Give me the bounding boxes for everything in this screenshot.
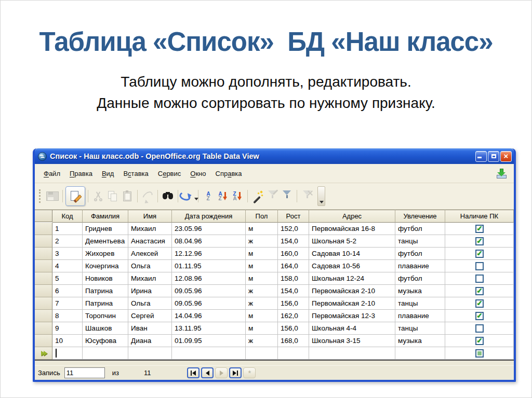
checkbox-checked[interactable]: ✓ xyxy=(475,237,484,245)
row-selector[interactable] xyxy=(35,322,52,335)
cell[interactable]: Алексей xyxy=(128,248,172,260)
cell[interactable]: Школьная 4-4 xyxy=(309,322,395,335)
checkbox-unchecked[interactable] xyxy=(475,324,484,333)
cell[interactable]: 156,0 xyxy=(278,297,309,310)
cell[interactable]: 09.05.96 xyxy=(172,285,246,297)
cell[interactable]: 14.04.96 xyxy=(172,310,246,322)
cell[interactable]: 3 xyxy=(52,248,83,260)
cell[interactable]: Патрина xyxy=(83,285,128,297)
cell[interactable]: танцы xyxy=(395,297,445,310)
cell[interactable]: 154,0 xyxy=(278,285,309,297)
cell[interactable]: ж xyxy=(246,297,278,310)
checkbox-checked[interactable]: ✓ xyxy=(475,225,484,233)
cell[interactable]: танцы xyxy=(395,322,445,335)
menu-вставка[interactable]: Вставка xyxy=(118,168,153,179)
cell[interactable]: Садовая 10-14 xyxy=(309,248,395,260)
cell[interactable]: 12.08.96 xyxy=(172,272,246,285)
cell[interactable]: Патрина xyxy=(83,297,128,310)
cell[interactable]: плавание xyxy=(395,260,445,272)
cell[interactable]: 10 xyxy=(52,335,83,347)
cell[interactable]: 4 xyxy=(52,260,83,272)
checkbox-checked[interactable]: ✓ xyxy=(475,250,484,258)
record-number-input[interactable] xyxy=(64,367,105,378)
first-record-button[interactable] xyxy=(187,367,200,378)
cell[interactable]: 08.04.96 xyxy=(172,235,246,248)
column-header-дата-рождения[interactable]: Дата рождения xyxy=(172,210,246,223)
edit-data-button[interactable] xyxy=(65,186,85,206)
cell[interactable]: 13.11.95 xyxy=(172,322,246,335)
cell[interactable]: 09.05.96 xyxy=(172,297,246,310)
empty-cell[interactable] xyxy=(278,347,309,360)
cell[interactable]: Анастасия xyxy=(128,235,172,248)
cell[interactable]: 6 xyxy=(52,285,83,297)
cell[interactable]: Кочергина xyxy=(83,260,128,272)
menu-справка[interactable]: Справка xyxy=(211,168,247,179)
empty-cell[interactable] xyxy=(395,347,445,360)
column-header-фамилия[interactable]: Фамилия xyxy=(83,210,128,223)
cell[interactable]: 2 xyxy=(52,235,83,248)
cell[interactable]: м xyxy=(246,260,278,272)
column-header-увлечение[interactable]: Увлечение xyxy=(395,210,445,223)
row-selector[interactable] xyxy=(35,260,52,272)
row-selector[interactable] xyxy=(35,248,52,260)
checkbox-unchecked[interactable] xyxy=(475,275,484,283)
row-selector[interactable] xyxy=(35,310,52,322)
cell[interactable]: Первомайская 2-10 xyxy=(309,297,395,310)
autofilter-button[interactable] xyxy=(250,189,265,203)
previous-record-button[interactable] xyxy=(201,367,214,378)
cell[interactable]: м xyxy=(246,310,278,322)
find-record-button[interactable] xyxy=(161,189,175,203)
cell[interactable]: 1 xyxy=(52,223,83,235)
maximize-button[interactable] xyxy=(488,151,499,162)
cell[interactable]: Михаил xyxy=(128,272,172,285)
column-header-адрес[interactable]: Адрес xyxy=(309,210,395,223)
checkbox-checked[interactable]: ✓ xyxy=(475,299,484,308)
row-selector[interactable] xyxy=(35,285,52,297)
cell[interactable]: 168,0 xyxy=(278,335,309,347)
cell[interactable]: музыка xyxy=(395,285,445,297)
cell[interactable]: 01.09.95 xyxy=(172,335,246,347)
cell[interactable]: Жихорев xyxy=(83,248,128,260)
cell[interactable]: футбол xyxy=(395,248,445,260)
menu-вид[interactable]: Вид xyxy=(97,168,119,179)
cell[interactable]: 01.11.95 xyxy=(172,260,246,272)
cell[interactable]: Торопчин xyxy=(83,310,128,322)
cell[interactable]: Школьная 5-2 xyxy=(309,235,395,248)
cell[interactable]: футбол xyxy=(395,272,445,285)
update-available-icon[interactable] xyxy=(496,168,507,179)
menu-файл[interactable]: Файл xyxy=(39,168,65,179)
checkbox-unchecked[interactable] xyxy=(475,262,484,270)
cell[interactable]: 7 xyxy=(52,297,83,310)
cell[interactable]: ж xyxy=(246,335,278,347)
checkbox-tristate[interactable] xyxy=(475,349,484,358)
cell[interactable]: Первомайская 2-10 xyxy=(309,285,395,297)
cell[interactable]: 152,0 xyxy=(278,223,309,235)
cell[interactable]: Гриднев xyxy=(83,223,128,235)
column-header-имя[interactable]: Имя xyxy=(128,210,172,223)
empty-cell[interactable] xyxy=(246,347,278,360)
window-titlebar[interactable]: Список - Наш класс.odb - OpenOffice.org … xyxy=(35,148,514,164)
toolbar-drag-handle[interactable] xyxy=(39,189,42,203)
last-record-button[interactable] xyxy=(229,367,242,378)
column-header-наличие-пк[interactable]: Наличие ПК xyxy=(445,210,514,223)
cell[interactable]: ж xyxy=(246,285,278,297)
refresh-button[interactable] xyxy=(181,189,195,203)
row-selector[interactable] xyxy=(35,223,52,235)
new-row-selector[interactable] xyxy=(35,347,52,360)
cell[interactable]: 156,0 xyxy=(278,322,309,335)
cell[interactable]: 12.12.96 xyxy=(172,248,246,260)
cell[interactable]: 5 xyxy=(52,272,83,285)
column-header-пол[interactable]: Пол xyxy=(246,210,278,223)
cell[interactable]: Шашков xyxy=(83,322,128,335)
column-header-рост[interactable]: Рост xyxy=(278,210,309,223)
empty-cell[interactable] xyxy=(83,347,128,360)
checkbox-checked[interactable]: ✓ xyxy=(475,312,484,320)
cell[interactable]: Первомайская 12-3 xyxy=(309,310,395,322)
toolbar-overflow-button[interactable] xyxy=(317,186,325,206)
sort-ascending-button[interactable]: AZ xyxy=(216,189,230,203)
cell[interactable]: Садовая 10-56 xyxy=(309,260,395,272)
menu-окно[interactable]: Окно xyxy=(185,168,210,179)
cell[interactable]: Диана xyxy=(128,335,172,347)
row-selector[interactable] xyxy=(35,297,52,310)
empty-cell[interactable] xyxy=(309,347,395,360)
